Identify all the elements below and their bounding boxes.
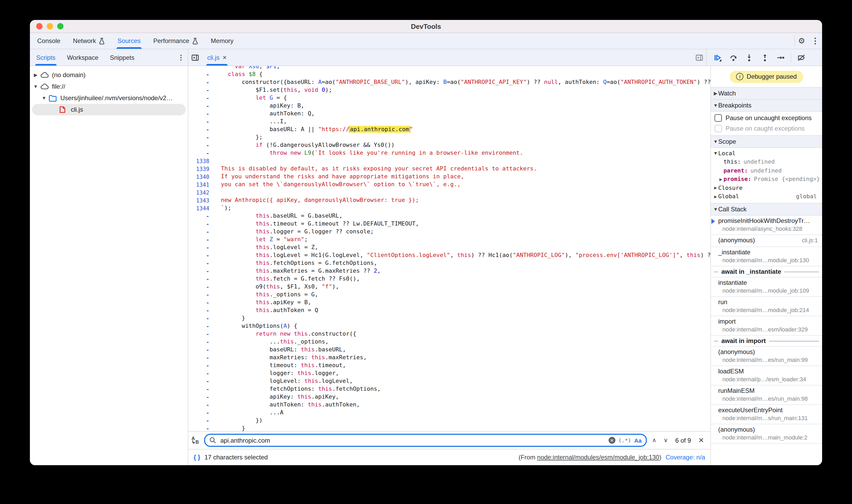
previous-match-chevron-icon[interactable]: ∧: [650, 437, 658, 444]
navigator-tab-snippets[interactable]: Snippets: [105, 49, 140, 66]
gutter-line-number[interactable]: 1344: [188, 205, 214, 211]
gutter-line-number[interactable]: 1342: [188, 189, 214, 195]
gutter-line-number[interactable]: -: [188, 417, 214, 424]
gutter-line-number[interactable]: -: [188, 95, 214, 101]
breakpoint-option[interactable]: Pause on caught exceptions: [711, 123, 822, 134]
gutter-line-number[interactable]: -: [188, 150, 214, 156]
deactivate-breakpoints-button[interactable]: [794, 53, 808, 61]
tree-item-users-jinhuilee-nvm-versions-node-v2-[interactable]: ▼Users/jinhuilee/.nvm/versions/node/v2…: [30, 92, 188, 104]
gutter-line-number[interactable]: -: [188, 229, 214, 235]
gutter-line-number[interactable]: -: [188, 331, 214, 337]
gutter-line-number[interactable]: -: [188, 213, 214, 219]
scope-variable[interactable]: this:undefined: [711, 158, 822, 166]
gutter-line-number[interactable]: -: [188, 268, 214, 274]
gutter-line-number[interactable]: -: [188, 409, 214, 416]
chevron-right-icon[interactable]: ▶: [33, 72, 38, 78]
show-debugger-panel-icon[interactable]: [693, 49, 706, 66]
chevron-down-icon[interactable]: ▼: [33, 84, 38, 89]
tab-memory[interactable]: Memory: [206, 33, 239, 49]
gutter-line-number[interactable]: -: [188, 323, 214, 329]
gutter-line-number[interactable]: -: [188, 79, 214, 85]
gutter-line-number[interactable]: -: [188, 103, 214, 109]
call-stack-frame[interactable]: executeUserEntryPointnode:internal/m…s/r…: [711, 405, 822, 424]
step-button[interactable]: [774, 53, 787, 61]
toggle-replace-icon[interactable]: A↳B: [192, 437, 201, 444]
tree-item--no-domain-[interactable]: ▶(no domain): [30, 69, 188, 81]
scope-group-global[interactable]: ▶Globalglobal: [711, 192, 822, 201]
step-out-button[interactable]: [758, 53, 772, 61]
gutter-line-number[interactable]: -: [188, 394, 214, 400]
call-stack-frame[interactable]: (anonymous)node:internal/m…es/run_main:9…: [711, 347, 822, 366]
gutter-line-number[interactable]: -: [188, 236, 214, 242]
gutter-line-number[interactable]: 1341: [188, 181, 214, 187]
tab-console[interactable]: Console: [32, 33, 66, 49]
tab-performance[interactable]: Performance: [148, 33, 203, 49]
gutter-line-number[interactable]: -: [188, 118, 214, 125]
gutter-line-number[interactable]: 1343: [188, 197, 214, 203]
gutter-line-number[interactable]: -: [188, 275, 214, 282]
section-breakpoints[interactable]: ▼ Breakpoints: [711, 100, 822, 112]
gutter-line-number[interactable]: -: [188, 315, 214, 321]
coverage-link[interactable]: Coverage: n/a: [665, 454, 705, 461]
checkbox[interactable]: [714, 114, 722, 122]
gutter-line-number[interactable]: -: [188, 291, 214, 298]
scope-variable[interactable]: parent:undefined: [711, 166, 822, 175]
gutter-line-number[interactable]: -: [188, 346, 214, 353]
gutter-line-number[interactable]: -: [188, 284, 214, 290]
more-options-kebab-icon[interactable]: ⋮: [809, 33, 822, 49]
step-over-button[interactable]: [727, 53, 740, 61]
source-origin-link[interactable]: node:internal/modules/esm/module_job:130: [537, 454, 659, 461]
gutter-line-number[interactable]: 1339: [188, 165, 214, 172]
next-match-chevron-icon[interactable]: ∨: [661, 437, 670, 444]
tab-network[interactable]: Network: [68, 33, 110, 49]
section-scope[interactable]: ▼ Scope: [711, 135, 822, 148]
gutter-line-number[interactable]: 1340: [188, 173, 214, 180]
resume-script-button[interactable]: [711, 53, 725, 61]
chevron-down-icon[interactable]: ▼: [41, 95, 47, 101]
call-stack-frame[interactable]: _instantiatenode:internal/m…module_job:1…: [711, 247, 822, 266]
tree-item-file-[interactable]: ▼file://: [30, 81, 188, 92]
gutter-line-number[interactable]: -: [188, 252, 214, 258]
regex-toggle[interactable]: (.*): [619, 437, 631, 443]
match-case-toggle[interactable]: Aa: [634, 437, 642, 444]
clear-search-icon[interactable]: ✕: [608, 437, 616, 444]
call-stack-frame[interactable]: loadESMnode:internal/p…/esm_loader:34: [711, 366, 822, 385]
tab-sources[interactable]: Sources: [112, 33, 146, 49]
gutter-line-number[interactable]: 1338: [188, 158, 214, 164]
navigator-tab-workspace[interactable]: Workspace: [61, 49, 104, 66]
gutter-line-number[interactable]: -: [188, 307, 214, 313]
gutter-line-number[interactable]: -: [188, 401, 214, 408]
call-stack-frame[interactable]: importnode:internal/m…esm/loader:329: [711, 316, 822, 336]
chevron-right-icon[interactable]: ▶: [713, 194, 718, 199]
gutter-line-number[interactable]: -: [188, 126, 214, 132]
chevron-down-icon[interactable]: ▼: [713, 151, 718, 156]
hide-navigator-panel-icon[interactable]: [188, 49, 202, 66]
search-input[interactable]: [219, 436, 605, 445]
breakpoint-option[interactable]: Pause on uncaught exceptions: [711, 113, 822, 123]
pretty-print-icon[interactable]: { }: [194, 454, 200, 461]
navigator-more-kebab-icon[interactable]: ⋮: [174, 49, 188, 66]
gutter-line-number[interactable]: -: [188, 244, 214, 250]
chevron-right-icon[interactable]: ▶: [713, 185, 718, 191]
close-search-icon[interactable]: ✕: [696, 436, 706, 444]
scope-group-closure[interactable]: ▶Closure: [711, 183, 822, 192]
gutter-line-number[interactable]: -: [188, 142, 214, 148]
gutter-line-number[interactable]: -: [188, 134, 214, 140]
chevron-right-icon[interactable]: ▶: [718, 177, 724, 182]
gutter-line-number[interactable]: -: [188, 299, 214, 306]
settings-gear-icon[interactable]: ⚙: [795, 33, 809, 49]
section-watch[interactable]: ▶ Watch: [711, 87, 822, 100]
gutter-line-number[interactable]: -: [188, 378, 214, 384]
call-stack-frame[interactable]: instantiatenode:internal/m…module_job:10…: [711, 277, 822, 297]
section-call-stack[interactable]: ▼ Call Stack: [711, 203, 822, 216]
scope-variable[interactable]: ▶promise:Promise {<pending>}: [711, 175, 822, 183]
scope-group-local[interactable]: ▼Local: [711, 149, 822, 158]
gutter-line-number[interactable]: -: [188, 362, 214, 368]
gutter-line-number[interactable]: -: [188, 354, 214, 361]
gutter-line-number[interactable]: -: [188, 110, 214, 117]
gutter-line-number[interactable]: -: [188, 71, 214, 77]
call-stack-frame[interactable]: runMainESMnode:internal/m…es/run_main:98: [711, 385, 822, 405]
close-tab-icon[interactable]: ×: [223, 54, 227, 61]
gutter-line-number[interactable]: -: [188, 370, 214, 376]
call-stack-frame[interactable]: (anonymous)cli.js:1: [711, 235, 822, 247]
